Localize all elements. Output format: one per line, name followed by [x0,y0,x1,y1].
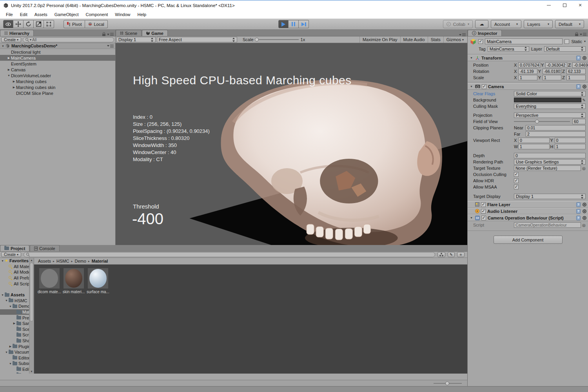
transform-position-x[interactable]: 0.0707624 [518,62,540,68]
layer-dropdown[interactable]: Default [544,46,586,52]
transform-position-z[interactable]: -0.046912 [572,62,588,68]
script-reference-field[interactable]: CameraOperationBehaviour [514,222,581,228]
scene-menu-icon[interactable] [107,45,114,47]
lock-icon[interactable] [575,34,578,36]
hierarchy-item-eventsystem[interactable]: EventSystem [0,61,115,67]
game-button-mute-audio[interactable]: Mute Audio [400,36,428,43]
tab-console[interactable]: Console [30,245,59,251]
rotate-tool-button[interactable] [24,20,34,28]
step-button[interactable] [299,20,309,28]
tag-dropdown[interactable]: MainCamera [488,46,529,52]
gear-icon[interactable] [583,85,586,89]
gear-icon[interactable] [583,216,586,220]
scale-tool-button[interactable] [34,20,44,28]
scene-header-row[interactable]: ▼ MarchingCubesDemo* [0,43,115,49]
fov-slider-thumb[interactable] [535,120,539,123]
hierarchy-item-directional-light[interactable]: Directional light [0,49,115,55]
game-viewport[interactable]: High Speed CPU-based Marching cubes Inde… [116,43,467,245]
target-texture-field[interactable]: None (Render Texture) [514,165,581,171]
pane-menu-icon[interactable] [459,33,466,36]
fold-arrow[interactable]: ▼ [469,85,474,88]
local-toggle-button[interactable]: Local [85,20,107,28]
hierarchy-search[interactable]: ▾ [23,37,114,42]
thumbnail-size-thumb[interactable] [445,381,449,385]
tab-inspector[interactable]: i Inspector [468,30,502,36]
hierarchy-item-dicom-slice-plane[interactable]: DICOM Slice Plane [0,90,115,96]
near-field[interactable]: 0.01 [526,125,586,131]
pane-menu-icon[interactable] [107,33,114,36]
search-by-label-button[interactable]: ✎ [448,252,455,257]
transform-rotation-x[interactable]: -61.139 [518,69,537,74]
pane-menu-icon[interactable] [580,33,586,36]
menu-item-component[interactable]: Component [82,12,111,17]
transform-scale-y[interactable]: 1 [543,75,562,80]
script-enabled-checkbox[interactable] [481,216,486,220]
move-tool-button[interactable] [13,20,24,28]
target-display-dropdown[interactable]: Display 1 [514,194,586,199]
flare-layer-checkbox[interactable] [481,202,486,207]
allow-hdr-checkbox[interactable] [514,178,519,183]
game-button-gizmos[interactable]: Gizmos▾ [443,36,466,43]
scrollbar-thumb[interactable] [30,263,33,321]
breadcrumb-material[interactable]: Material [92,259,108,263]
menu-item-window[interactable]: Window [111,12,134,17]
gear-icon[interactable] [583,56,586,60]
gameobject-name-field[interactable]: MainCamera [485,38,563,44]
layers-dropdown[interactable]: Layers ▾ [524,20,553,28]
tree-scrollbar[interactable]: ▲ ▼ [29,258,34,374]
lock-icon[interactable] [102,34,105,36]
hierarchy-item-canvas[interactable]: ▶Canvas [0,67,115,73]
game-button-stats[interactable]: Stats [428,36,443,43]
fold-arrow[interactable]: ▼ [8,305,13,308]
hierarchy-item-marching-cubes-skin[interactable]: ▶Marching cubes skin [0,84,115,90]
menu-item-file[interactable]: File [2,12,16,17]
fold-arrow[interactable]: ▶ [12,80,16,83]
minimize-button[interactable] [541,0,557,10]
fold-arrow[interactable]: ▼ [4,299,9,302]
breadcrumb-demo[interactable]: Demo [74,259,86,263]
material-item-surface-ma[interactable]: surface ma... [88,268,108,294]
gear-icon[interactable] [583,209,586,213]
search-by-type-button[interactable] [437,252,445,257]
thumbnail-size-slider[interactable] [434,383,462,384]
transform-position-y[interactable]: -0.363042 [545,62,567,68]
fold-arrow[interactable]: ▶ [7,56,11,60]
fold-arrow[interactable]: ▶ [12,322,16,325]
fold-arrow[interactable]: ▼ [7,74,11,77]
project-search[interactable] [24,252,435,257]
background-color-swatch[interactable] [514,98,581,102]
culling-mask-dropdown[interactable]: Everything [514,103,586,109]
tab-hierarchy[interactable]: Hierarchy [0,30,34,36]
cloud-button[interactable]: ☁ [475,20,488,28]
breadcrumb-hsmc[interactable]: HSMC [56,259,69,263]
play-button[interactable] [278,20,289,28]
clear-flags-dropdown[interactable]: Solid Color [514,91,586,96]
fov-value-field[interactable]: 60 [572,119,586,124]
audio-listener-checkbox[interactable] [481,209,486,214]
tab-scene[interactable]: Scene [116,30,142,36]
account-dropdown[interactable]: Account ▾ [491,20,521,28]
depth-field[interactable]: 0 [514,153,586,158]
hierarchy-create-button[interactable]: Create ▾ [1,37,21,42]
script-component-header[interactable]: ▼ C# Camera Operation Behaviour (Script)… [468,214,588,221]
hierarchy-search-input[interactable] [32,38,111,42]
projection-dropdown[interactable]: Perspective [514,113,586,118]
camera-component-header[interactable]: ▼ Camera ? [468,83,588,90]
scale-slider-thumb[interactable] [255,38,259,42]
object-picker-icon[interactable]: ◎ [582,166,586,171]
pause-button[interactable] [289,20,299,28]
material-item-dicom-mate[interactable]: dicom mate... [39,268,60,294]
fold-arrow[interactable]: ▼ [4,351,9,354]
transform-rotation-y[interactable]: -66.01801 [543,69,562,74]
game-button-maximize-on-play[interactable]: Maximize On Play [359,36,400,43]
viewport-h-field[interactable]: 1 [555,144,586,149]
fov-slider[interactable] [514,121,570,122]
audio-listener-header[interactable]: Audio Listener ? [468,208,588,214]
transform-scale-x[interactable]: 1 [518,75,537,80]
save-search-button[interactable]: ★ [457,252,465,257]
viewport-w-field[interactable]: 1 [518,144,550,149]
flare-layer-header[interactable]: Flare Layer ? [468,201,588,208]
aspect-dropdown[interactable]: Free Aspect [157,37,237,42]
hierarchy-item-marching-cubes[interactable]: ▶Marching cubes [0,78,115,84]
transform-rotation-z[interactable]: 62.133 [566,69,586,74]
